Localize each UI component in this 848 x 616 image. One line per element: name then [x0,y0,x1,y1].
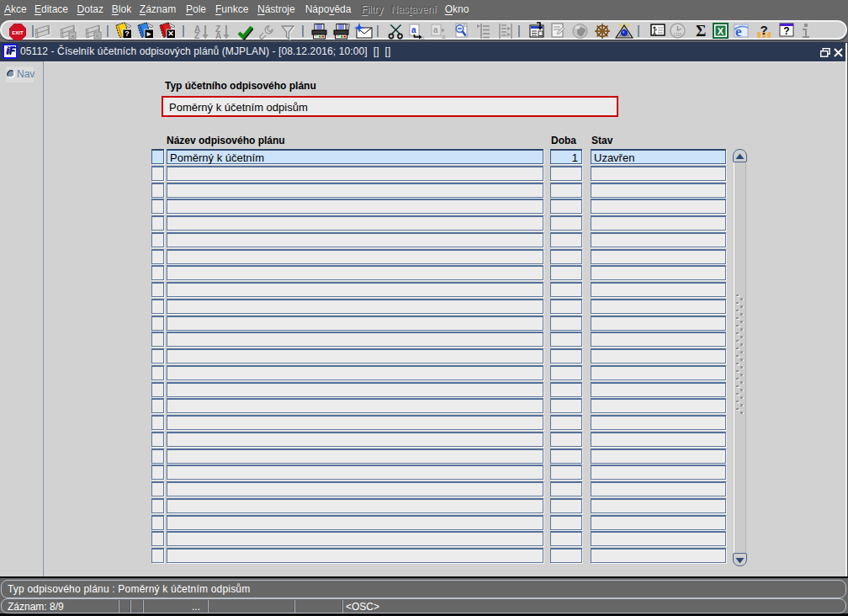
svg-text:EXIT: EXIT [12,30,24,35]
svg-text:✕: ✕ [167,29,174,38]
svg-text:◂: ◂ [71,33,74,39]
svg-text:a: a [442,33,446,40]
svg-text:a: a [421,34,425,40]
svg-text:A: A [215,31,221,40]
svg-text:?: ? [125,29,130,38]
svg-text:Σ: Σ [696,23,706,40]
svg-text:Z: Z [194,31,199,40]
svg-text:X: X [718,26,724,36]
svg-text:e: e [735,24,742,40]
svg-text:a: a [433,25,438,35]
svg-text:?: ? [760,23,767,37]
svg-text:▸: ▸ [146,29,151,38]
svg-text:?: ? [783,25,789,37]
svg-text:a: a [411,25,416,35]
svg-text:✕: ✕ [95,33,100,39]
svg-text:1315: 1315 [673,33,682,37]
